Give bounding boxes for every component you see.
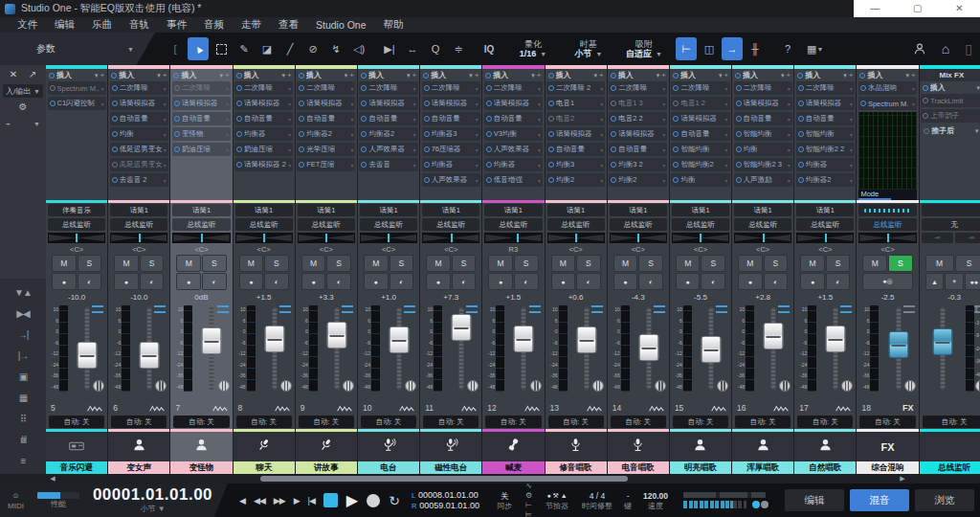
track-name-label[interactable]: 音乐闪避 — [46, 461, 107, 474]
insert-power-icon[interactable] — [236, 101, 242, 106]
menu-item-音频[interactable]: 音频 — [195, 18, 233, 32]
insert-slot[interactable]: 均衡▾ — [734, 143, 792, 156]
inserts-header[interactable]: 插入▾+ — [732, 69, 793, 81]
insert-power-icon[interactable] — [236, 131, 242, 137]
insert-slot[interactable]: 话筒模拟器▾ — [671, 112, 729, 125]
inserts-header[interactable]: 插入▾+ — [546, 69, 607, 81]
insert-slot[interactable]: 电音1 3▾ — [609, 97, 667, 110]
automation-badge-icon[interactable] — [716, 305, 727, 313]
insert-slot[interactable]: 话筒模拟器▾ — [609, 127, 667, 141]
insert-slot[interactable]: 话筒模拟器▾ — [110, 97, 168, 110]
external-device-selector[interactable]: ⌁ ▼ — [3, 117, 43, 130]
fader-track[interactable] — [568, 305, 605, 392]
insert-power-icon[interactable] — [548, 146, 554, 152]
inserts-header[interactable]: 插入▾+ — [857, 69, 918, 81]
insert-slot[interactable]: Spectrum M.▾ — [858, 97, 917, 110]
mute-button[interactable]: M — [800, 255, 825, 272]
banks-panel-icon[interactable]: ▣ — [0, 366, 46, 387]
mute-button[interactable]: M — [862, 255, 887, 272]
wrench-icon[interactable]: ⚙ — [0, 101, 46, 114]
meter-options-icon[interactable] — [592, 380, 604, 392]
insert-power-icon[interactable] — [798, 131, 804, 137]
loop-button[interactable]: ↻ — [389, 493, 400, 508]
output-selector[interactable]: 总线监听 — [547, 218, 605, 231]
insert-power-icon[interactable] — [611, 131, 616, 137]
meter-options-icon[interactable] — [717, 380, 728, 392]
mute-button[interactable]: M — [738, 255, 763, 272]
insert-slot[interactable]: 自动音量▾ — [796, 112, 855, 125]
meter-options-icon[interactable] — [280, 380, 292, 392]
track-name-label[interactable]: 电音唱歌 — [608, 461, 669, 474]
key-control[interactable]: - 键 — [624, 491, 632, 510]
fader-track[interactable] — [193, 305, 230, 392]
pan-slider[interactable] — [110, 233, 167, 243]
output-selector[interactable]: 总线监听 — [484, 218, 542, 231]
menu-item-音轨[interactable]: 音轨 — [121, 18, 158, 32]
quantize-tool[interactable]: Q — [425, 37, 446, 60]
solo-button[interactable]: S — [514, 255, 539, 272]
input-selector[interactable]: 话筒1 — [610, 204, 667, 216]
output-selector[interactable]: 总线监听 — [110, 218, 167, 231]
insert-power-icon[interactable] — [673, 101, 679, 106]
fader-track[interactable] — [693, 305, 729, 392]
bend-tool[interactable]: ▶| — [379, 37, 400, 60]
insert-slot[interactable]: 人声效果器▾ — [422, 173, 480, 187]
insert-slot[interactable]: 均衡器2▾ — [359, 127, 417, 141]
insert-power-icon[interactable] — [299, 162, 304, 168]
insert-power-icon[interactable] — [112, 146, 118, 152]
insert-slot[interactable]: 奶油压缩▾ — [234, 143, 293, 156]
expand-in-icon[interactable]: →| — [0, 324, 46, 345]
insert-power-icon[interactable] — [673, 162, 679, 168]
power-icon[interactable] — [924, 128, 929, 134]
pan-slider[interactable] — [858, 233, 916, 243]
automation-badge-icon[interactable] — [217, 305, 229, 313]
insert-power-icon[interactable] — [174, 146, 180, 152]
channel-strip[interactable]: 插入▾+二次降噪▾话筒模拟器▾自动音量▾智能均衡▾智能均衡2 2▾均衡器▾均衡器… — [794, 65, 856, 474]
power-icon[interactable] — [859, 73, 865, 79]
output-selector[interactable]: 总线监听 — [422, 218, 479, 231]
insert-slot[interactable]: TrackLimit▾ — [921, 94, 980, 107]
output-selector[interactable]: 总线监听 — [235, 218, 293, 231]
insert-slot[interactable]: 自动音量▾ — [110, 112, 168, 125]
snap-toggle-icon[interactable]: ⊢ — [676, 37, 697, 60]
output-selector[interactable]: 总线监听 — [858, 218, 916, 231]
preroll-options[interactable]: ∿⚙⊢⊨ — [525, 482, 532, 517]
layout-grid-button[interactable]: ▦ ▼ — [804, 37, 826, 60]
insert-slot[interactable]: 自动音量▾ — [734, 112, 792, 125]
insert-power-icon[interactable] — [548, 177, 554, 183]
solo-button[interactable]: S — [576, 255, 601, 272]
automation-badge-icon[interactable] — [903, 305, 915, 313]
fader-handle[interactable] — [452, 314, 472, 341]
automation-badge-icon[interactable] — [974, 305, 980, 313]
pads-panel-icon[interactable]: ⠿ — [0, 408, 46, 429]
insert-power-icon[interactable] — [798, 101, 804, 106]
menu-item-Studio One[interactable]: Studio One — [307, 19, 375, 31]
add-insert-icon[interactable]: + — [661, 71, 666, 79]
record-arm-button[interactable]: ● — [800, 273, 825, 290]
fader-handle[interactable] — [933, 328, 953, 355]
solo-button[interactable]: S — [452, 255, 477, 272]
fader-handle[interactable] — [576, 326, 596, 353]
autoscroll-icon[interactable]: → — [722, 37, 743, 60]
automation-mode-button[interactable]: 自动: 关 — [735, 416, 791, 428]
channel-strip[interactable]: 插入▾+水晶混响▾Spectrum M.▾Mode总线监听<C>MS●◎-2.5… — [857, 65, 918, 474]
user-account-icon[interactable] — [913, 42, 926, 56]
collapse-all-icon[interactable]: ▼▲ — [0, 281, 46, 303]
scroll-left-icon[interactable]: ◀ — [46, 475, 59, 483]
insert-power-icon[interactable] — [548, 85, 554, 91]
power-icon[interactable] — [548, 73, 554, 79]
monitor-button[interactable]: ◐ — [514, 273, 539, 290]
insert-slot[interactable]: 高延迟男变女▾ — [110, 158, 168, 171]
automation-mode-button[interactable]: 自动: 关 — [923, 416, 980, 428]
channel-strip[interactable]: 插入▾+二次降噪▾话筒模拟器▾自动音量▾智能均衡▾均衡▾智能均衡2 3▾人声激励… — [732, 65, 793, 474]
pan-slider[interactable] — [235, 233, 293, 243]
paint-tool[interactable]: ╱ — [279, 37, 301, 60]
record-arm-button[interactable]: ● — [364, 273, 389, 290]
insert-power-icon[interactable] — [673, 131, 679, 137]
insert-slot[interactable]: 均衡器2▾ — [796, 173, 855, 187]
automation-mode-button[interactable]: 自动: 关 — [361, 416, 416, 428]
insert-power-icon[interactable] — [361, 131, 367, 137]
channel-strip[interactable]: 插入▾+二次降噪▾话筒模拟器▾自动音量▾均衡器▾奶油压缩▾话筒模拟器 2▾话筒1… — [234, 65, 295, 474]
insert-power-icon[interactable] — [236, 146, 242, 152]
solo-button[interactable]: S — [955, 255, 980, 272]
